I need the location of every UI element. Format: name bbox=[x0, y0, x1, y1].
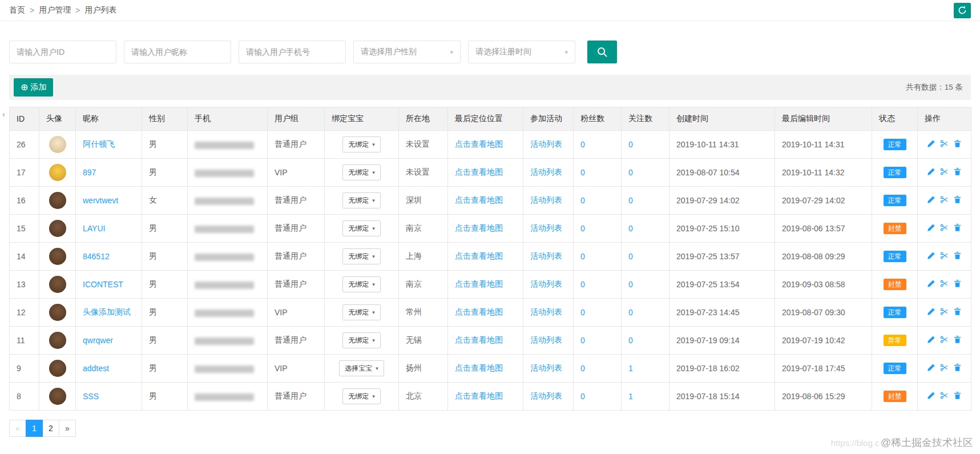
cut-button[interactable] bbox=[940, 363, 949, 372]
map-link[interactable]: 点击查看地图 bbox=[455, 167, 503, 176]
fans-count-link[interactable]: 0 bbox=[580, 224, 585, 233]
map-link[interactable]: 点击查看地图 bbox=[455, 279, 503, 288]
follows-count-link[interactable]: 0 bbox=[628, 308, 633, 317]
fans-count-link[interactable]: 0 bbox=[580, 168, 585, 177]
edit-button[interactable] bbox=[927, 307, 935, 316]
fans-count-link[interactable]: 0 bbox=[580, 140, 585, 149]
follows-count-link[interactable]: 0 bbox=[628, 140, 633, 149]
refresh-button[interactable] bbox=[954, 3, 971, 18]
cut-button[interactable] bbox=[940, 167, 949, 176]
bind-baby-dropdown[interactable]: 无绑定▾ bbox=[342, 136, 381, 152]
map-link[interactable]: 点击查看地图 bbox=[455, 307, 503, 316]
map-link[interactable]: 点击查看地图 bbox=[455, 335, 503, 344]
bind-baby-dropdown[interactable]: 无绑定▾ bbox=[342, 192, 381, 208]
nickname-link[interactable]: LAYUI bbox=[83, 224, 105, 233]
follows-count-link[interactable]: 1 bbox=[628, 364, 633, 373]
fans-count-link[interactable]: 0 bbox=[580, 280, 585, 289]
delete-button[interactable] bbox=[953, 195, 962, 204]
cut-button[interactable] bbox=[940, 223, 949, 232]
activity-link[interactable]: 活动列表 bbox=[530, 167, 562, 176]
nickname-input[interactable] bbox=[124, 41, 231, 63]
page-number-2[interactable]: 2 bbox=[42, 420, 59, 437]
fans-count-link[interactable]: 0 bbox=[580, 196, 585, 205]
sidebar-collapse-handle[interactable]: ‹ bbox=[0, 104, 7, 123]
follows-count-link[interactable]: 1 bbox=[628, 392, 633, 401]
map-link[interactable]: 点击查看地图 bbox=[455, 363, 503, 372]
map-link[interactable]: 点击查看地图 bbox=[455, 195, 503, 204]
bind-baby-dropdown[interactable]: 无绑定▾ bbox=[342, 304, 381, 320]
regtime-select[interactable]: 请选择注册时间 ▾ bbox=[468, 41, 575, 63]
page-prev[interactable]: « bbox=[9, 420, 26, 437]
follows-count-link[interactable]: 0 bbox=[628, 196, 633, 205]
follows-count-link[interactable]: 0 bbox=[628, 280, 633, 289]
phone-input[interactable] bbox=[239, 41, 346, 63]
nickname-link[interactable]: 846512 bbox=[83, 252, 110, 261]
edit-button[interactable] bbox=[927, 195, 935, 204]
nickname-link[interactable]: addtest bbox=[83, 364, 109, 373]
map-link[interactable]: 点击查看地图 bbox=[455, 223, 503, 232]
bind-baby-dropdown[interactable]: 无绑定▾ bbox=[342, 276, 381, 292]
fans-count-link[interactable]: 0 bbox=[580, 364, 585, 373]
activity-link[interactable]: 活动列表 bbox=[530, 307, 562, 316]
delete-button[interactable] bbox=[953, 335, 962, 344]
bind-baby-dropdown[interactable]: 选择宝宝▾ bbox=[339, 360, 384, 376]
activity-link[interactable]: 活动列表 bbox=[530, 195, 562, 204]
page-number-1[interactable]: 1 bbox=[26, 420, 43, 437]
follows-count-link[interactable]: 0 bbox=[628, 336, 633, 345]
nickname-link[interactable]: qwrqwer bbox=[83, 336, 113, 345]
user-id-input[interactable] bbox=[9, 41, 116, 63]
edit-button[interactable] bbox=[927, 363, 935, 372]
edit-button[interactable] bbox=[927, 251, 935, 260]
nickname-link[interactable]: wervtwevt bbox=[83, 196, 118, 205]
fans-count-link[interactable]: 0 bbox=[580, 252, 585, 261]
cut-button[interactable] bbox=[940, 279, 949, 288]
activity-link[interactable]: 活动列表 bbox=[530, 391, 562, 400]
bind-baby-dropdown[interactable]: 无绑定▾ bbox=[342, 248, 381, 264]
delete-button[interactable] bbox=[953, 279, 962, 288]
activity-link[interactable]: 活动列表 bbox=[530, 335, 562, 344]
activity-link[interactable]: 活动列表 bbox=[530, 223, 562, 232]
follows-count-link[interactable]: 0 bbox=[628, 224, 633, 233]
search-button[interactable] bbox=[587, 41, 617, 63]
delete-button[interactable] bbox=[953, 139, 962, 148]
gender-select[interactable]: 请选择用户性别 ▾ bbox=[353, 41, 461, 63]
delete-button[interactable] bbox=[953, 307, 962, 316]
breadcrumb-item-user-list[interactable]: 用户列表 bbox=[84, 5, 116, 15]
edit-button[interactable] bbox=[927, 279, 935, 288]
activity-link[interactable]: 活动列表 bbox=[530, 139, 562, 148]
cut-button[interactable] bbox=[940, 391, 949, 400]
follows-count-link[interactable]: 0 bbox=[628, 168, 633, 177]
edit-button[interactable] bbox=[927, 223, 935, 232]
edit-button[interactable] bbox=[927, 391, 935, 400]
delete-button[interactable] bbox=[953, 391, 962, 400]
breadcrumb-item-home[interactable]: 首页 bbox=[9, 5, 25, 15]
nickname-link[interactable]: 头像添加测试 bbox=[83, 307, 131, 316]
cut-button[interactable] bbox=[940, 195, 949, 204]
map-link[interactable]: 点击查看地图 bbox=[455, 391, 503, 400]
delete-button[interactable] bbox=[953, 167, 962, 176]
cut-button[interactable] bbox=[940, 307, 949, 316]
map-link[interactable]: 点击查看地图 bbox=[455, 251, 503, 260]
bind-baby-dropdown[interactable]: 无绑定▾ bbox=[342, 332, 381, 348]
fans-count-link[interactable]: 0 bbox=[580, 392, 585, 401]
delete-button[interactable] bbox=[953, 223, 962, 232]
edit-button[interactable] bbox=[927, 167, 935, 176]
nickname-link[interactable]: 阿什顿飞 bbox=[83, 139, 115, 148]
delete-button[interactable] bbox=[953, 251, 962, 260]
nickname-link[interactable]: 897 bbox=[83, 168, 96, 177]
fans-count-link[interactable]: 0 bbox=[580, 308, 585, 317]
page-next[interactable]: » bbox=[59, 420, 76, 437]
cut-button[interactable] bbox=[940, 139, 949, 148]
bind-baby-dropdown[interactable]: 无绑定▾ bbox=[342, 388, 381, 404]
follows-count-link[interactable]: 0 bbox=[628, 252, 633, 261]
cut-button[interactable] bbox=[940, 335, 949, 344]
add-button[interactable]: ⊕ 添加 bbox=[14, 78, 53, 97]
bind-baby-dropdown[interactable]: 无绑定▾ bbox=[342, 220, 381, 236]
fans-count-link[interactable]: 0 bbox=[580, 336, 585, 345]
edit-button[interactable] bbox=[927, 139, 935, 148]
activity-link[interactable]: 活动列表 bbox=[530, 251, 562, 260]
activity-link[interactable]: 活动列表 bbox=[530, 363, 562, 372]
bind-baby-dropdown[interactable]: 无绑定▾ bbox=[342, 164, 381, 180]
nickname-link[interactable]: SSS bbox=[83, 392, 99, 401]
activity-link[interactable]: 活动列表 bbox=[530, 279, 562, 288]
